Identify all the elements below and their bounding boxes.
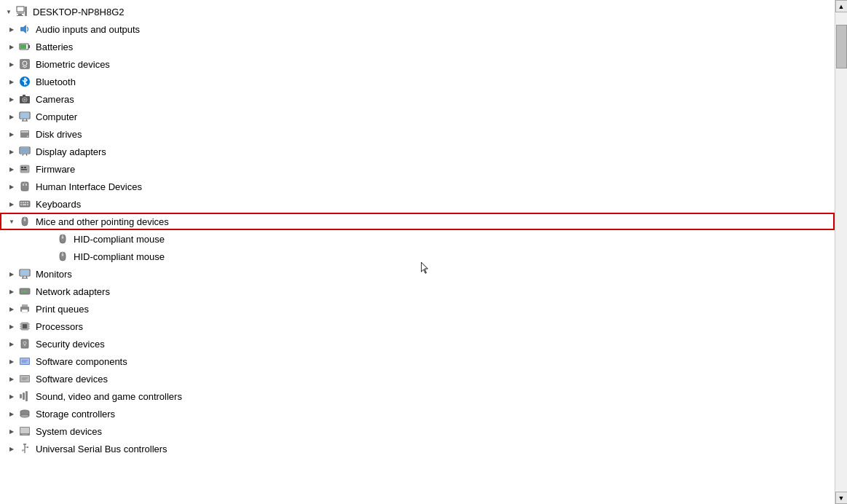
- expander-monitors[interactable]: [6, 268, 17, 280]
- tree-item-system[interactable]: System devices: [0, 422, 835, 440]
- tree-item-print[interactable]: Print queues: [0, 300, 835, 318]
- svg-rect-42: [23, 204, 26, 205]
- expander-system[interactable]: [6, 425, 17, 437]
- expander-batteries[interactable]: [6, 41, 17, 52]
- label-storage: Storage controllers: [34, 409, 115, 420]
- icon-firmware: [17, 162, 32, 176]
- svg-rect-29: [21, 167, 23, 168]
- icon-mouse: [17, 214, 32, 229]
- label-root: DESKTOP-NP8H8G2: [31, 7, 124, 17]
- expander-software-components[interactable]: [6, 355, 17, 367]
- tree-item-audio[interactable]: Audio inputs and outputs: [0, 20, 835, 38]
- tree-item-disk[interactable]: Disk drives: [0, 125, 835, 143]
- svg-rect-3: [17, 15, 23, 16]
- expander-software-devices[interactable]: [6, 373, 17, 385]
- icon-printer: [17, 302, 32, 316]
- expander-processors[interactable]: [6, 320, 17, 332]
- tree-item-computer[interactable]: Computer: [0, 108, 835, 125]
- expander-biometric[interactable]: [6, 58, 17, 70]
- expander-sound[interactable]: [6, 390, 17, 402]
- tree-item-hid[interactable]: Human Interface Devices: [0, 178, 835, 195]
- expander-keyboards[interactable]: [6, 198, 17, 210]
- icon-mouse: [55, 249, 70, 264]
- svg-rect-33: [23, 184, 24, 186]
- svg-rect-37: [20, 202, 22, 203]
- tree-item-hid-mouse-2[interactable]: HID-compliant mouse: [0, 248, 835, 265]
- expander-firmware[interactable]: [6, 163, 17, 175]
- tree-item-network[interactable]: Network adapters: [0, 283, 835, 300]
- expander-hid[interactable]: [6, 181, 17, 192]
- svg-rect-73: [21, 339, 28, 348]
- expander-print[interactable]: [6, 303, 17, 315]
- tree-item-processors[interactable]: Processors: [0, 318, 835, 335]
- svg-point-14: [24, 99, 26, 101]
- svg-point-46: [24, 219, 26, 221]
- icon-bluetooth: [17, 74, 32, 89]
- svg-rect-22: [21, 131, 28, 133]
- icon-disk: [17, 127, 32, 141]
- tree-item-keyboards[interactable]: Keyboards: [0, 195, 835, 213]
- expander-bluetooth[interactable]: [6, 76, 17, 87]
- tree-item-software-devices[interactable]: Software devices: [0, 370, 835, 387]
- svg-point-89: [20, 414, 29, 417]
- svg-rect-84: [20, 394, 22, 398]
- expander-mice[interactable]: [6, 216, 17, 227]
- icon-software2: [17, 371, 32, 386]
- tree-item-usb[interactable]: Universal Serial Bus controllers: [0, 440, 835, 457]
- icon-battery: [17, 39, 32, 54]
- svg-point-59: [21, 291, 23, 292]
- scrollbar-thumb[interactable]: [836, 25, 847, 68]
- expander-network[interactable]: [6, 286, 17, 297]
- svg-rect-25: [20, 148, 29, 153]
- svg-point-23: [27, 135, 28, 137]
- tree-item-software-components[interactable]: Software components: [0, 353, 835, 370]
- vertical-scrollbar[interactable]: ▲ ▼: [835, 0, 847, 504]
- tree-item-security[interactable]: Security devices: [0, 335, 835, 353]
- svg-rect-64: [22, 310, 28, 312]
- tree-item-hid-mouse-1[interactable]: HID-compliant mouse: [0, 230, 835, 248]
- svg-rect-8: [20, 44, 26, 49]
- tree-item-root[interactable]: DESKTOP-NP8H8G2: [0, 3, 835, 20]
- tree-item-cameras[interactable]: Cameras: [0, 90, 835, 108]
- tree-item-firmware[interactable]: Firmware: [0, 160, 835, 178]
- svg-rect-95: [23, 444, 26, 445]
- scroll-down-button[interactable]: ▼: [835, 492, 848, 504]
- tree-item-biometric[interactable]: Biometric devices: [0, 55, 835, 73]
- icon-processor: [17, 319, 32, 334]
- label-hid: Human Interface Devices: [34, 181, 142, 192]
- svg-rect-93: [20, 428, 29, 433]
- svg-rect-5: [20, 27, 23, 31]
- svg-rect-66: [23, 324, 27, 328]
- tree-item-mice[interactable]: Mice and other pointing devices: [0, 213, 835, 230]
- scroll-up-button[interactable]: ▲: [835, 0, 848, 12]
- label-security: Security devices: [34, 339, 105, 350]
- tree-item-batteries[interactable]: Batteries: [0, 38, 835, 55]
- expander-cameras[interactable]: [6, 93, 17, 105]
- icon-monitor: [17, 109, 32, 124]
- expander-root[interactable]: [3, 6, 15, 17]
- svg-rect-31: [21, 169, 27, 170]
- device-manager-tree[interactable]: DESKTOP-NP8H8G2Audio inputs and outputsB…: [0, 0, 835, 504]
- tree-item-storage[interactable]: Storage controllers: [0, 405, 835, 422]
- expander-security[interactable]: [6, 338, 17, 350]
- svg-rect-34: [25, 184, 27, 186]
- icon-hid: [17, 179, 32, 194]
- icon-computer: [15, 4, 29, 19]
- expander-audio[interactable]: [6, 23, 17, 35]
- label-software-devices: Software devices: [34, 374, 108, 385]
- svg-rect-17: [20, 113, 29, 118]
- svg-rect-98: [27, 446, 28, 448]
- tree-item-sound[interactable]: Sound, video and game controllers: [0, 387, 835, 405]
- expander-display[interactable]: [6, 146, 17, 157]
- tree-item-bluetooth[interactable]: Bluetooth: [0, 73, 835, 90]
- icon-monitor: [17, 267, 32, 281]
- expander-disk[interactable]: [6, 128, 17, 140]
- svg-rect-2: [18, 14, 22, 15]
- label-print: Print queues: [34, 304, 89, 315]
- expander-computer[interactable]: [6, 111, 17, 122]
- label-network: Network adapters: [34, 286, 110, 297]
- tree-item-monitors[interactable]: Monitors: [0, 265, 835, 283]
- expander-usb[interactable]: [6, 443, 17, 454]
- expander-storage[interactable]: [6, 408, 17, 420]
- tree-item-display[interactable]: Display adapters: [0, 143, 835, 160]
